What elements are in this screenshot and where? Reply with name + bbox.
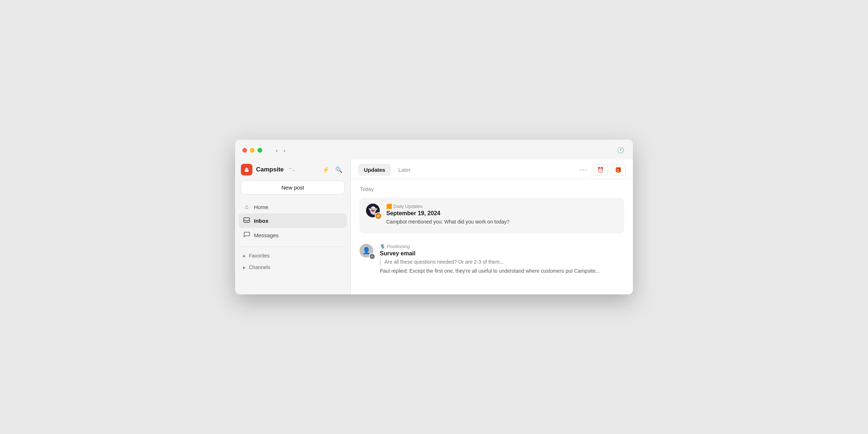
avatar-group-daily: 👻 @ (366, 204, 382, 220)
card-header-positioning: 👤 ↩ 🎙️ Positioning Survey email Are all … (359, 244, 618, 275)
feed-date-header: Today (359, 186, 624, 192)
gift-button[interactable]: 🎁 (611, 164, 626, 176)
card-header-daily: 👻 @ 🟧 Daily Updates September 19, 2024 C… (366, 204, 618, 226)
brand[interactable]: Campsite ⌃⌄ (241, 164, 295, 175)
card-preview-daily: Campbot mentioned you: What did you work… (386, 218, 618, 226)
tab-bar-actions: ··· ⏰ 🎁 (577, 164, 626, 179)
card-channel-daily: 🟧 Daily Updates (386, 204, 618, 209)
inbox-icon (243, 217, 250, 225)
tab-later[interactable]: Later (392, 164, 416, 176)
brand-logo (241, 164, 252, 175)
history-button[interactable]: 🕐 (616, 145, 626, 155)
svg-rect-1 (245, 170, 248, 172)
main-content: Campsite ⌃⌄ ⚡ 🔍 New post ⌂ Home (235, 159, 633, 294)
app-window: ‹ › 🕐 Campsite ⌃⌄ (235, 140, 633, 294)
card-quote-survey: Are all these questions needed? Or are 2… (380, 259, 618, 266)
card-body-positioning: 🎙️ Positioning Survey email Are all thes… (380, 244, 618, 275)
gift-icon: 🎁 (615, 167, 622, 173)
nav-items: ⌂ Home Inbox (235, 199, 350, 244)
favorites-collapse-icon: ▶ (243, 254, 246, 258)
favorites-section[interactable]: ▶ Favorites (235, 250, 350, 261)
feed: Today 👻 @ 🟧 Daily Updat (351, 179, 633, 294)
fullscreen-button[interactable] (258, 148, 262, 153)
home-icon: ⌂ (243, 204, 250, 210)
tabs: Updates Later (358, 164, 416, 179)
card-title-daily: September 19, 2024 (386, 210, 618, 217)
alarm-icon: ⏰ (597, 167, 604, 173)
card-reply-survey: Paul replied: Except the first one, they… (380, 268, 618, 275)
more-options-button[interactable]: ··· (577, 165, 590, 175)
sidebar-item-messages[interactable]: Messages (239, 228, 347, 242)
sidebar-item-home[interactable]: ⌂ Home (239, 200, 347, 213)
tab-updates[interactable]: Updates (358, 164, 391, 176)
alarm-button[interactable]: ⏰ (593, 164, 608, 176)
close-button[interactable] (242, 148, 247, 153)
brand-chevron-icon: ⌃⌄ (288, 167, 295, 172)
notification-positioning[interactable]: 👤 ↩ 🎙️ Positioning Survey email Are all … (359, 238, 624, 283)
sidebar-actions: ⚡ 🔍 (320, 164, 345, 175)
sidebar-item-inbox-label: Inbox (254, 218, 268, 224)
new-post-button[interactable]: New post (241, 180, 345, 195)
nav-arrows: ‹ › (274, 147, 287, 154)
card-body-daily: 🟧 Daily Updates September 19, 2024 Campb… (386, 204, 618, 226)
titlebar: ‹ › 🕐 (235, 140, 633, 159)
notification-daily-updates[interactable]: 👻 @ 🟧 Daily Updates September 19, 2024 C… (359, 198, 624, 234)
card-channel-positioning: 🎙️ Positioning (380, 244, 618, 249)
sidebar: Campsite ⌃⌄ ⚡ 🔍 New post ⌂ Home (235, 159, 351, 294)
right-panel: Updates Later ··· ⏰ 🎁 Today (351, 159, 633, 294)
sidebar-item-home-label: Home (254, 204, 268, 210)
avatar-badge-at: @ (375, 212, 382, 220)
tab-bar: Updates Later ··· ⏰ 🎁 (351, 159, 633, 179)
minimize-button[interactable] (250, 148, 255, 153)
channels-label: Channels (249, 264, 270, 270)
sidebar-item-messages-label: Messages (254, 232, 278, 238)
forward-button[interactable]: › (281, 147, 288, 154)
channels-section[interactable]: ▶ Channels (235, 261, 350, 273)
at-icon: @ (377, 214, 380, 218)
lightning-button[interactable]: ⚡ (320, 164, 332, 175)
avatar-group-positioning: 👤 ↩ (359, 244, 375, 260)
search-button[interactable]: 🔍 (333, 164, 345, 175)
traffic-lights (242, 148, 262, 153)
favorites-label: Favorites (249, 253, 270, 259)
brand-name-label: Campsite (256, 166, 284, 173)
sidebar-header: Campsite ⌃⌄ ⚡ 🔍 (235, 159, 350, 179)
channels-collapse-icon: ▶ (243, 265, 246, 269)
avatar-reply-badge: ↩ (369, 253, 375, 260)
back-button[interactable]: ‹ (274, 147, 280, 154)
card-title-survey: Survey email (380, 250, 618, 257)
sidebar-divider-1 (241, 247, 345, 247)
messages-icon (243, 231, 250, 239)
sidebar-item-inbox[interactable]: Inbox (239, 213, 347, 228)
